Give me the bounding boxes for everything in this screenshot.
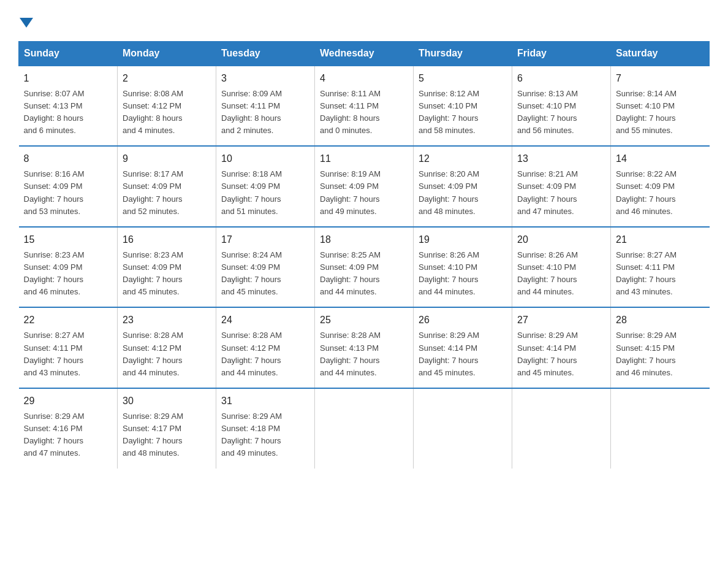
calendar-day-cell: 1Sunrise: 8:07 AMSunset: 4:13 PMDaylight…	[19, 66, 118, 147]
calendar-day-cell: 23Sunrise: 8:28 AMSunset: 4:12 PMDayligh…	[118, 307, 216, 388]
day-info: Sunrise: 8:20 AMSunset: 4:09 PMDaylight:…	[419, 168, 507, 218]
day-of-week-header: Friday	[512, 41, 611, 66]
calendar-day-cell: 20Sunrise: 8:26 AMSunset: 4:10 PMDayligh…	[512, 227, 611, 308]
day-info: Sunrise: 8:16 AMSunset: 4:09 PMDaylight:…	[24, 168, 113, 218]
day-number: 27	[517, 313, 605, 327]
calendar-day-cell	[414, 388, 512, 469]
day-info: Sunrise: 8:13 AMSunset: 4:10 PMDaylight:…	[517, 88, 605, 137]
day-number: 16	[123, 232, 211, 247]
day-info: Sunrise: 8:26 AMSunset: 4:10 PMDaylight:…	[419, 249, 507, 299]
day-number: 7	[616, 71, 705, 86]
calendar-day-cell: 7Sunrise: 8:14 AMSunset: 4:10 PMDaylight…	[611, 66, 710, 147]
calendar-day-cell: 26Sunrise: 8:29 AMSunset: 4:14 PMDayligh…	[414, 307, 512, 388]
day-info: Sunrise: 8:28 AMSunset: 4:13 PMDaylight:…	[320, 329, 408, 379]
day-info: Sunrise: 8:14 AMSunset: 4:10 PMDaylight:…	[616, 88, 705, 137]
calendar-day-cell: 6Sunrise: 8:13 AMSunset: 4:10 PMDaylight…	[512, 66, 611, 147]
calendar-week-row: 22Sunrise: 8:27 AMSunset: 4:11 PMDayligh…	[19, 307, 710, 388]
day-number: 23	[123, 313, 211, 327]
day-number: 13	[517, 151, 605, 166]
day-of-week-header: Monday	[118, 41, 216, 66]
day-number: 11	[320, 151, 408, 166]
calendar-week-row: 1Sunrise: 8:07 AMSunset: 4:13 PMDaylight…	[19, 66, 710, 147]
day-number: 25	[320, 313, 408, 327]
calendar-header-row: SundayMondayTuesdayWednesdayThursdayFrid…	[19, 41, 710, 66]
day-info: Sunrise: 8:21 AMSunset: 4:09 PMDaylight:…	[517, 168, 605, 218]
calendar-day-cell: 31Sunrise: 8:29 AMSunset: 4:18 PMDayligh…	[216, 388, 315, 469]
calendar-day-cell	[611, 388, 710, 469]
calendar-day-cell: 2Sunrise: 8:08 AMSunset: 4:12 PMDaylight…	[118, 66, 216, 147]
logo-triangle-icon	[20, 18, 33, 28]
calendar-day-cell: 8Sunrise: 8:16 AMSunset: 4:09 PMDaylight…	[19, 146, 118, 227]
day-number: 26	[419, 313, 507, 327]
day-info: Sunrise: 8:29 AMSunset: 4:16 PMDaylight:…	[24, 410, 113, 460]
day-info: Sunrise: 8:29 AMSunset: 4:14 PMDaylight:…	[419, 329, 507, 379]
day-info: Sunrise: 8:11 AMSunset: 4:11 PMDaylight:…	[320, 88, 408, 137]
day-info: Sunrise: 8:29 AMSunset: 4:18 PMDaylight:…	[221, 410, 309, 460]
day-number: 20	[517, 232, 605, 247]
day-of-week-header: Wednesday	[315, 41, 414, 66]
day-info: Sunrise: 8:29 AMSunset: 4:17 PMDaylight:…	[123, 410, 211, 460]
day-number: 22	[24, 313, 113, 327]
day-number: 14	[616, 151, 705, 166]
day-number: 10	[221, 151, 309, 166]
day-number: 28	[616, 313, 705, 327]
day-number: 9	[123, 151, 211, 166]
calendar-day-cell: 12Sunrise: 8:20 AMSunset: 4:09 PMDayligh…	[414, 146, 512, 227]
day-number: 3	[221, 71, 309, 86]
logo-general-line	[18, 12, 33, 30]
calendar-day-cell: 27Sunrise: 8:29 AMSunset: 4:14 PMDayligh…	[512, 307, 611, 388]
day-info: Sunrise: 8:08 AMSunset: 4:12 PMDaylight:…	[123, 88, 211, 137]
day-info: Sunrise: 8:28 AMSunset: 4:12 PMDaylight:…	[221, 329, 309, 379]
calendar-day-cell: 25Sunrise: 8:28 AMSunset: 4:13 PMDayligh…	[315, 307, 414, 388]
day-info: Sunrise: 8:29 AMSunset: 4:15 PMDaylight:…	[616, 329, 705, 379]
calendar-day-cell: 22Sunrise: 8:27 AMSunset: 4:11 PMDayligh…	[19, 307, 118, 388]
day-info: Sunrise: 8:28 AMSunset: 4:12 PMDaylight:…	[123, 329, 211, 379]
calendar-day-cell: 29Sunrise: 8:29 AMSunset: 4:16 PMDayligh…	[19, 388, 118, 469]
day-number: 21	[616, 232, 705, 247]
day-number: 29	[24, 394, 113, 408]
calendar-day-cell: 17Sunrise: 8:24 AMSunset: 4:09 PMDayligh…	[216, 227, 315, 308]
day-number: 24	[221, 313, 309, 327]
calendar-day-cell: 14Sunrise: 8:22 AMSunset: 4:09 PMDayligh…	[611, 146, 710, 227]
logo	[18, 12, 33, 30]
day-number: 1	[24, 71, 113, 86]
calendar-day-cell: 11Sunrise: 8:19 AMSunset: 4:09 PMDayligh…	[315, 146, 414, 227]
day-info: Sunrise: 8:23 AMSunset: 4:09 PMDaylight:…	[123, 249, 211, 299]
calendar-week-row: 29Sunrise: 8:29 AMSunset: 4:16 PMDayligh…	[19, 388, 710, 469]
day-info: Sunrise: 8:07 AMSunset: 4:13 PMDaylight:…	[24, 88, 113, 137]
day-info: Sunrise: 8:22 AMSunset: 4:09 PMDaylight:…	[616, 168, 705, 218]
calendar-day-cell: 9Sunrise: 8:17 AMSunset: 4:09 PMDaylight…	[118, 146, 216, 227]
calendar-day-cell: 13Sunrise: 8:21 AMSunset: 4:09 PMDayligh…	[512, 146, 611, 227]
calendar-day-cell: 28Sunrise: 8:29 AMSunset: 4:15 PMDayligh…	[611, 307, 710, 388]
calendar-day-cell: 3Sunrise: 8:09 AMSunset: 4:11 PMDaylight…	[216, 66, 315, 147]
day-info: Sunrise: 8:26 AMSunset: 4:10 PMDaylight:…	[517, 249, 605, 299]
calendar-day-cell: 15Sunrise: 8:23 AMSunset: 4:09 PMDayligh…	[19, 227, 118, 308]
day-number: 18	[320, 232, 408, 247]
calendar-day-cell: 24Sunrise: 8:28 AMSunset: 4:12 PMDayligh…	[216, 307, 315, 388]
day-number: 12	[419, 151, 507, 166]
calendar-day-cell: 18Sunrise: 8:25 AMSunset: 4:09 PMDayligh…	[315, 227, 414, 308]
day-info: Sunrise: 8:17 AMSunset: 4:09 PMDaylight:…	[123, 168, 211, 218]
calendar-day-cell: 30Sunrise: 8:29 AMSunset: 4:17 PMDayligh…	[118, 388, 216, 469]
calendar-day-cell: 4Sunrise: 8:11 AMSunset: 4:11 PMDaylight…	[315, 66, 414, 147]
day-number: 2	[123, 71, 211, 86]
calendar-week-row: 8Sunrise: 8:16 AMSunset: 4:09 PMDaylight…	[19, 146, 710, 227]
day-number: 17	[221, 232, 309, 247]
day-number: 19	[419, 232, 507, 247]
day-info: Sunrise: 8:09 AMSunset: 4:11 PMDaylight:…	[221, 88, 309, 137]
day-info: Sunrise: 8:27 AMSunset: 4:11 PMDaylight:…	[616, 249, 705, 299]
day-info: Sunrise: 8:25 AMSunset: 4:09 PMDaylight:…	[320, 249, 408, 299]
day-of-week-header: Thursday	[414, 41, 512, 66]
day-number: 15	[24, 232, 113, 247]
day-of-week-header: Sunday	[19, 41, 118, 66]
day-info: Sunrise: 8:29 AMSunset: 4:14 PMDaylight:…	[517, 329, 605, 379]
day-info: Sunrise: 8:23 AMSunset: 4:09 PMDaylight:…	[24, 249, 113, 299]
calendar-day-cell: 21Sunrise: 8:27 AMSunset: 4:11 PMDayligh…	[611, 227, 710, 308]
day-of-week-header: Tuesday	[216, 41, 315, 66]
calendar-day-cell	[315, 388, 414, 469]
day-info: Sunrise: 8:18 AMSunset: 4:09 PMDaylight:…	[221, 168, 309, 218]
calendar-day-cell: 16Sunrise: 8:23 AMSunset: 4:09 PMDayligh…	[118, 227, 216, 308]
calendar-day-cell: 5Sunrise: 8:12 AMSunset: 4:10 PMDaylight…	[414, 66, 512, 147]
day-number: 8	[24, 151, 113, 166]
calendar-day-cell: 19Sunrise: 8:26 AMSunset: 4:10 PMDayligh…	[414, 227, 512, 308]
